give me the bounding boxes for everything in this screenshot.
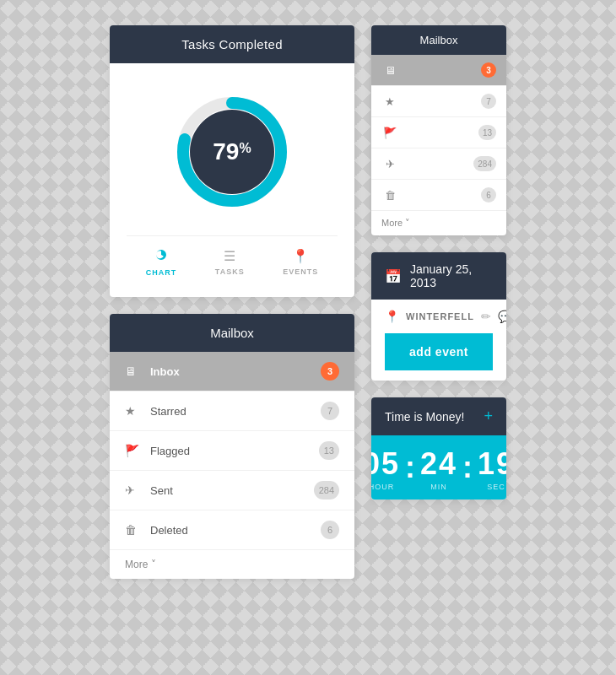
event-card: 📅 January 25, 2013 📍 WINTERFELL ✏ 💬 add … <box>371 252 506 381</box>
percent-value: 79 <box>213 138 239 165</box>
nav-item-chart[interactable]: CHART <box>138 245 186 280</box>
event-location-row: 📍 WINTERFELL ✏ 💬 <box>385 310 493 323</box>
timer-title: Time is Money! <box>385 410 464 424</box>
timer-hour-value: 05 <box>371 449 400 479</box>
percent-sign: % <box>239 141 251 156</box>
flagged-label: Flagged <box>150 445 319 457</box>
timer-sec-label: SEC <box>487 483 505 491</box>
nav-item-events[interactable]: 📍 EVENTS <box>274 245 327 280</box>
mailbox-row-inbox[interactable]: 🖥 Inbox 3 <box>110 352 354 392</box>
mailbox-large-header: Mailbox <box>110 314 354 352</box>
mailbox-mini-card: Mailbox 🖥 3 ★ 7 🚩 13 ✈ 284 🗑 6 More ˅ <box>371 25 506 235</box>
timer-card: Time is Money! + 05 HOUR : 24 MIN : 19 S… <box>371 397 506 500</box>
tasks-card-body: 79% CHART ☰ <box>110 63 354 297</box>
event-location: WINTERFELL <box>406 311 474 321</box>
mailbox-row-flagged[interactable]: 🚩 Flagged 13 <box>110 431 354 471</box>
flagged-icon: 🚩 <box>125 444 142 457</box>
mini-sent-icon: ✈ <box>381 158 398 170</box>
timer-body: 05 HOUR : 24 MIN : 19 SEC <box>371 435 506 500</box>
left-column: Tasks Completed 79% <box>110 25 354 579</box>
timer-colon-2: : <box>457 450 478 485</box>
event-actions: ✏ 💬 <box>481 310 506 323</box>
sent-badge: 284 <box>314 481 339 500</box>
calendar-icon: 📅 <box>385 268 402 284</box>
mini-inbox-icon: 🖥 <box>381 64 398 77</box>
event-body: 📍 WINTERFELL ✏ 💬 add event <box>371 300 506 381</box>
donut-chart: 79% <box>169 89 295 215</box>
mailbox-row-deleted[interactable]: 🗑 Deleted 6 <box>110 510 354 550</box>
chat-icon[interactable]: 💬 <box>498 310 506 323</box>
location-pin-icon: 📍 <box>385 310 399 323</box>
tasks-card: Tasks Completed 79% <box>110 25 354 297</box>
mini-starred-badge: 7 <box>481 94 496 109</box>
mini-sent-badge: 284 <box>473 156 496 171</box>
timer-header: Time is Money! + <box>371 397 506 435</box>
mini-deleted-badge: 6 <box>481 187 496 202</box>
mini-starred-icon: ★ <box>381 95 398 108</box>
sent-icon: ✈ <box>125 483 142 497</box>
deleted-icon: 🗑 <box>125 523 142 537</box>
tasks-label: TASKS <box>215 267 245 276</box>
events-icon: 📍 <box>292 248 309 264</box>
chart-label: CHART <box>146 268 177 277</box>
inbox-badge: 3 <box>321 362 339 381</box>
mailbox-mini-header: Mailbox <box>371 25 506 55</box>
mini-flagged-icon: 🚩 <box>381 127 398 139</box>
starred-label: Starred <box>150 405 321 418</box>
timer-plus-button[interactable]: + <box>484 408 493 425</box>
mini-row-starred[interactable]: ★ 7 <box>371 86 506 117</box>
mailbox-mini-more[interactable]: More ˅ <box>371 211 506 235</box>
sent-label: Sent <box>150 484 314 497</box>
mini-inbox-badge: 3 <box>481 62 496 78</box>
inbox-label: Inbox <box>150 365 321 378</box>
mini-deleted-icon: 🗑 <box>381 189 398 202</box>
timer-sec-value: 19 <box>478 449 506 479</box>
mailbox-large-more[interactable]: More ˅ <box>110 550 354 579</box>
timer-sec-unit: 19 SEC <box>478 449 506 491</box>
donut-center-value: 79% <box>190 110 274 194</box>
right-column: Mailbox 🖥 3 ★ 7 🚩 13 ✈ 284 🗑 6 More ˅ <box>371 25 506 500</box>
tasks-card-header: Tasks Completed <box>110 25 354 63</box>
timer-hour-label: HOUR <box>371 483 394 491</box>
timer-min-label: MIN <box>430 483 447 491</box>
flagged-badge: 13 <box>319 441 339 460</box>
mini-row-deleted[interactable]: 🗑 6 <box>371 180 506 211</box>
mini-row-inbox[interactable]: 🖥 3 <box>371 55 506 86</box>
inbox-icon: 🖥 <box>125 364 142 378</box>
event-date: January 25, 2013 <box>410 262 493 289</box>
timer-min-unit: 24 MIN <box>420 449 457 491</box>
tasks-nav: CHART ☰ TASKS 📍 EVENTS <box>127 235 338 280</box>
mailbox-large-card: Mailbox 🖥 Inbox 3 ★ Starred 7 🚩 Flagged … <box>110 314 354 579</box>
page-wrapper: Tasks Completed 79% <box>17 25 599 579</box>
mini-flagged-badge: 13 <box>478 125 496 140</box>
mini-row-sent[interactable]: ✈ 284 <box>371 148 506 180</box>
edit-icon[interactable]: ✏ <box>481 310 491 323</box>
nav-item-tasks[interactable]: ☰ TASKS <box>207 245 253 280</box>
timer-colon-1: : <box>400 450 420 485</box>
deleted-label: Deleted <box>150 524 321 537</box>
deleted-badge: 6 <box>321 521 339 539</box>
event-header: 📅 January 25, 2013 <box>371 252 506 300</box>
add-event-button[interactable]: add event <box>385 333 493 370</box>
chart-icon <box>154 248 168 265</box>
mailbox-row-sent[interactable]: ✈ Sent 284 <box>110 471 354 510</box>
starred-badge: 7 <box>321 402 339 420</box>
timer-hour-unit: 05 HOUR <box>371 449 400 491</box>
mini-row-flagged[interactable]: 🚩 13 <box>371 117 506 148</box>
starred-icon: ★ <box>125 404 142 418</box>
timer-min-value: 24 <box>420 449 457 479</box>
events-label: EVENTS <box>283 267 318 276</box>
tasks-icon: ☰ <box>224 248 235 264</box>
mailbox-row-starred[interactable]: ★ Starred 7 <box>110 392 354 431</box>
